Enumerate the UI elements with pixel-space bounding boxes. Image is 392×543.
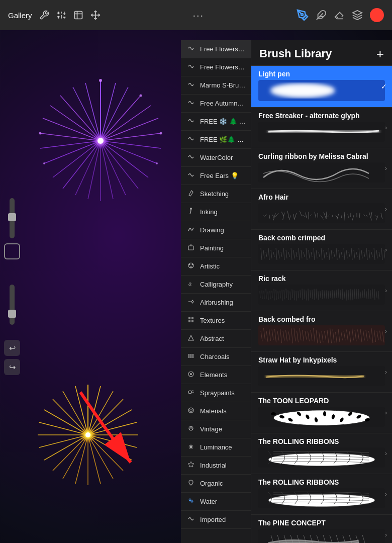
brush-name-light-pen: Light pen — [258, 70, 385, 78]
svg-line-209 — [371, 252, 372, 257]
category-item-organic[interactable]: Organic — [181, 475, 251, 493]
svg-line-221 — [272, 291, 272, 298]
svg-line-267 — [364, 289, 365, 298]
category-item-industrial[interactable]: Industrial — [181, 457, 251, 475]
category-item-free-winter[interactable]: FREE ❄️ 🌲 Winter N... — [181, 113, 251, 131]
svg-line-133 — [287, 211, 289, 218]
category-item-free-nature[interactable]: FREE 🌿🌲 Nature — [181, 131, 251, 149]
category-item-sketching[interactable]: Sketching — [181, 185, 251, 203]
category-item-free-ears[interactable]: Free Ears 💡 — [181, 167, 251, 185]
svg-line-235 — [300, 290, 301, 298]
category-item-airbrushing[interactable]: Airbrushing — [181, 294, 251, 312]
category-item-inking[interactable]: Inking — [181, 203, 251, 221]
transform-icon[interactable] — [90, 10, 101, 20]
opacity-slider-track[interactable] — [10, 285, 15, 325]
smudge-tool-button[interactable] — [316, 10, 327, 21]
svg-line-284 — [286, 330, 287, 341]
svg-line-290 — [303, 330, 304, 341]
brush-item-rolling-ribbons-2[interactable]: The ROLLING RIBBONS › — [251, 474, 392, 515]
gallery-button[interactable]: Gallery — [8, 11, 32, 20]
brush-item-afro-hair[interactable]: Afro Hair › — [251, 189, 392, 230]
opacity-slider-thumb[interactable] — [8, 310, 16, 318]
eraser-tool-button[interactable] — [334, 10, 345, 21]
brush-library-panel: Free Flowers 🌸Free Flowers 🌸 V.2Marmo S-… — [181, 40, 392, 543]
svg-line-345 — [336, 535, 339, 543]
svg-line-205 — [361, 250, 362, 258]
category-item-spraypaints[interactable]: Spraypaints — [181, 384, 251, 402]
category-item-materials[interactable]: Materials — [181, 402, 251, 420]
redo-button[interactable]: ↪ — [4, 359, 20, 375]
svg-line-242 — [314, 289, 315, 300]
svg-rect-109 — [191, 317, 193, 319]
svg-point-320 — [273, 410, 370, 425]
brush-item-pine-concept-1[interactable]: The PINE CONCEPT › — [251, 515, 392, 543]
svg-rect-100 — [188, 246, 193, 250]
brush-item-ric-rack[interactable]: Ric rack › — [251, 270, 392, 311]
category-item-calligraphy[interactable]: aCalligraphy — [181, 276, 251, 294]
square-tool-button[interactable] — [4, 243, 20, 259]
category-item-textures[interactable]: Textures — [181, 312, 251, 330]
brush-arrow-straw-hat: › — [385, 369, 387, 376]
category-item-luminance[interactable]: Luminance — [181, 438, 251, 457]
brush-item-free-streaker[interactable]: Free Streaker - alternate glyph › — [251, 108, 392, 148]
category-item-artistic[interactable]: Artistic — [181, 257, 251, 276]
svg-point-36 — [39, 132, 42, 135]
category-icon-drawing — [186, 226, 196, 234]
svg-line-168 — [268, 248, 269, 260]
category-item-imported[interactable]: Imported — [181, 511, 251, 529]
category-label-free-flowers-v2: Free Flowers 🌸 V.2 — [200, 63, 246, 71]
more-options-button[interactable]: ··· — [192, 10, 204, 21]
size-slider-thumb[interactable] — [8, 213, 16, 221]
brush-item-back-combed-fro[interactable]: Back combed fro › — [251, 311, 392, 352]
brush-item-curling-ribbon[interactable]: Curling ribbon by Melissa Cabral › — [251, 148, 392, 189]
layers-button[interactable] — [352, 10, 363, 21]
svg-line-193 — [331, 250, 332, 258]
category-item-free-flowers-v2[interactable]: Free Flowers 🌸 V.2 — [181, 58, 251, 76]
svg-line-170 — [273, 252, 274, 257]
top-bar-right — [297, 8, 384, 22]
brush-item-toon-leopard[interactable]: The TOON LEOPARD › — [251, 393, 392, 433]
brush-item-straw-hat[interactable]: Straw Hat by Inkypixels › — [251, 352, 392, 393]
category-item-charcoals[interactable]: Charcoals — [181, 348, 251, 366]
undo-button[interactable]: ↩ — [4, 340, 20, 356]
category-item-abstract[interactable]: Abstract — [181, 330, 251, 348]
svg-line-305 — [344, 331, 345, 340]
svg-marker-122 — [188, 462, 194, 467]
svg-line-272 — [374, 289, 375, 300]
add-brush-button[interactable]: + — [376, 47, 384, 60]
svg-line-316 — [374, 330, 376, 342]
svg-line-302 — [336, 332, 337, 343]
svg-line-255 — [340, 290, 341, 299]
pen-tool-button[interactable] — [297, 9, 309, 21]
category-item-elements[interactable]: Elements — [181, 366, 251, 384]
category-item-free-autumn[interactable]: Free Autumn Brushes... — [181, 95, 251, 113]
color-picker-button[interactable] — [370, 8, 384, 22]
category-item-painting[interactable]: Painting — [181, 239, 251, 257]
brush-name-free-streaker: Free Streaker - alternate glyph — [258, 112, 385, 120]
category-item-marmo[interactable]: Marmo S-Brush Pack — [181, 76, 251, 95]
svg-line-176 — [288, 252, 289, 257]
brush-item-back-comb[interactable]: Back comb crimped › — [251, 230, 392, 270]
brush-item-rolling-ribbons-1[interactable]: The ROLLING RIBBONS › — [251, 433, 392, 474]
svg-line-289 — [300, 328, 301, 340]
brush-item-light-pen[interactable]: Light pen ✓ — [251, 66, 392, 108]
svg-point-124 — [271, 84, 334, 97]
svg-line-301 — [333, 329, 334, 342]
adjust-icon[interactable] — [56, 10, 66, 20]
svg-line-187 — [316, 250, 317, 258]
category-item-watercolor[interactable]: WaterColor — [181, 149, 251, 167]
category-item-free-flowers[interactable]: Free Flowers 🌸 — [181, 40, 251, 58]
svg-line-271 — [372, 289, 373, 298]
size-slider-track[interactable] — [10, 198, 15, 238]
wrench-icon[interactable] — [39, 10, 49, 20]
brush-scroll-area[interactable]: Light pen ✓Free Streaker - alternate gly… — [251, 66, 392, 543]
category-item-vintage[interactable]: Vintage — [181, 420, 251, 438]
category-item-drawing[interactable]: Drawing — [181, 221, 251, 239]
svg-line-229 — [288, 290, 288, 300]
svg-line-293 — [311, 330, 312, 340]
svg-line-215 — [260, 291, 260, 298]
selection-icon[interactable] — [73, 10, 83, 20]
svg-line-277 — [266, 331, 268, 342]
category-item-water[interactable]: Water — [181, 493, 251, 511]
category-label-watercolor: WaterColor — [200, 154, 233, 161]
